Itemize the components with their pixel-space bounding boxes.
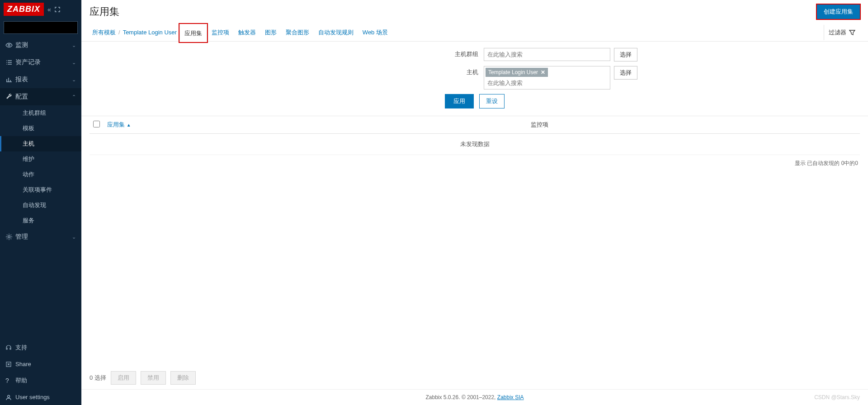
- nav-label: 管理: [15, 233, 72, 241]
- footer: Zabbix 5.0.26. © 2001–2022, Zabbix SIA C…: [81, 389, 868, 405]
- host-input-box[interactable]: Template Login User✕: [484, 66, 610, 89]
- titlebar: 应用集 创建应用集: [81, 0, 868, 24]
- footer-text: Zabbix 5.0.26. © 2001–2022,: [426, 394, 497, 400]
- applications-table: 应用集 ▲ 监控项 未发现数据: [90, 116, 860, 155]
- user-icon: [5, 394, 15, 400]
- tab-discovery[interactable]: 自动发现规则: [314, 24, 358, 41]
- remove-tag-icon[interactable]: ✕: [541, 69, 545, 75]
- table-info: 显示 已自动发现的 0中的0: [90, 155, 860, 172]
- watermark: CSDN @Stars.Sky: [814, 394, 860, 400]
- bulk-actions: 0 选择 启用 禁用 删除: [81, 367, 868, 389]
- nav-help[interactable]: ? 帮助: [0, 372, 81, 389]
- nav-config-discovery[interactable]: 自动发现: [0, 198, 81, 213]
- host-group-input[interactable]: [486, 50, 609, 59]
- host-group-select-button[interactable]: 选择: [614, 48, 637, 61]
- tab-triggers[interactable]: 触发器: [234, 24, 260, 41]
- footer-link[interactable]: Zabbix SIA: [497, 394, 524, 400]
- host-group-input-box[interactable]: [484, 48, 610, 61]
- share-icon: [5, 361, 15, 367]
- host-tag-text: Template Login User: [488, 69, 538, 75]
- gear-icon: [5, 233, 15, 240]
- col-header-items: 监控项: [527, 116, 860, 134]
- svg-point-5: [8, 395, 10, 397]
- nav-inventory[interactable]: 资产记录 ⌄: [0, 54, 81, 71]
- nav-config[interactable]: 配置 ⌃: [0, 88, 81, 105]
- breadcrumb-template[interactable]: Template Login User: [120, 29, 179, 36]
- apply-button[interactable]: 应用: [445, 94, 474, 108]
- svg-point-2: [8, 44, 10, 46]
- tab-applications[interactable]: 应用集: [179, 24, 207, 42]
- empty-row: 未发现数据: [90, 134, 860, 155]
- chevron-down-icon: ⌄: [72, 234, 76, 240]
- disable-button[interactable]: 禁用: [141, 371, 166, 385]
- fullscreen-icon[interactable]: [55, 7, 60, 12]
- filter-icon: [849, 29, 855, 36]
- reset-button[interactable]: 重设: [479, 94, 505, 108]
- nav-config-actions[interactable]: 动作: [0, 167, 81, 182]
- create-application-button[interactable]: 创建应用集: [817, 5, 860, 19]
- sidebar: ZABBIX « 监测 ⌄ 资产记录 ⌄ 报表 ⌄ 配置 ⌃ 主机群组 模板 主…: [0, 0, 81, 405]
- sort-asc-icon: ▲: [127, 122, 131, 127]
- col-header-application[interactable]: 应用集 ▲: [107, 121, 131, 128]
- help-icon: ?: [5, 377, 15, 384]
- tab-screens[interactable]: 聚合图形: [281, 24, 314, 41]
- nav-share[interactable]: Share: [0, 356, 81, 372]
- breadcrumb-all-templates[interactable]: 所有模板: [90, 28, 118, 37]
- sidebar-header: ZABBIX «: [0, 0, 81, 19]
- collapse-icon[interactable]: «: [47, 6, 51, 13]
- headset-icon: [5, 344, 15, 351]
- wrench-icon: [5, 93, 15, 100]
- chevron-up-icon: ⌃: [72, 94, 76, 100]
- nav-config-services[interactable]: 服务: [0, 213, 81, 228]
- chevron-down-icon: ⌄: [72, 42, 76, 48]
- selected-count: 0 选择: [90, 374, 106, 382]
- host-select-button[interactable]: 选择: [614, 66, 637, 80]
- nav-monitoring[interactable]: 监测 ⌄: [0, 37, 81, 54]
- nav-config-correlation[interactable]: 关联项事件: [0, 182, 81, 198]
- filter-toggle[interactable]: 过滤器: [824, 25, 860, 40]
- list-icon: [5, 59, 15, 66]
- nav-label: Share: [15, 361, 31, 367]
- nav-admin[interactable]: 管理 ⌄: [0, 228, 81, 245]
- nav-support[interactable]: 支持: [0, 339, 81, 356]
- nav-config-hosts[interactable]: 主机: [0, 136, 81, 151]
- nav-label: User settings: [15, 394, 50, 400]
- nav-label: 帮助: [15, 377, 27, 385]
- chevron-down-icon: ⌄: [72, 77, 76, 83]
- svg-point-3: [8, 236, 10, 238]
- main-content: 应用集 创建应用集 所有模板 / Template Login User 应用集…: [81, 0, 868, 405]
- page-title: 应用集: [90, 5, 817, 19]
- tab-graphs[interactable]: 图形: [260, 24, 281, 41]
- host-tag[interactable]: Template Login User✕: [486, 68, 548, 77]
- nav-label: 监测: [15, 41, 72, 49]
- sidebar-search[interactable]: [4, 21, 78, 34]
- eye-icon: [5, 42, 15, 49]
- nav-label: 配置: [15, 93, 72, 101]
- nav-reports[interactable]: 报表 ⌄: [0, 71, 81, 88]
- nav-config-templates[interactable]: 模板: [0, 121, 81, 136]
- nav-label: 资产记录: [15, 58, 72, 66]
- filter-label: 过滤器: [829, 28, 846, 37]
- select-all-checkbox[interactable]: [93, 121, 100, 127]
- table-area: 应用集 ▲ 监控项 未发现数据 显示 已自动发现的 0中的0: [81, 116, 868, 367]
- nav-config-maintenance[interactable]: 维护: [0, 151, 81, 167]
- tab-web[interactable]: Web 场景: [358, 24, 392, 41]
- host-group-label: 主机群组: [312, 48, 484, 58]
- nav-config-hostgroups[interactable]: 主机群组: [0, 105, 81, 121]
- nav-label: 报表: [15, 75, 72, 84]
- host-label: 主机: [312, 66, 484, 76]
- nav-label: 支持: [15, 344, 27, 352]
- nav-user-settings[interactable]: User settings: [0, 389, 81, 405]
- chevron-down-icon: ⌄: [72, 60, 76, 66]
- host-input[interactable]: [486, 78, 609, 88]
- breadcrumb-tabs: 所有模板 / Template Login User 应用集 监控项 触发器 图…: [81, 24, 868, 42]
- filter-panel: 主机群组 选择 主机 Template Login User✕ 选择 应用 重设: [81, 42, 868, 116]
- tab-items[interactable]: 监控项: [207, 24, 234, 41]
- chart-icon: [5, 76, 15, 83]
- logo[interactable]: ZABBIX: [4, 3, 44, 16]
- delete-button[interactable]: 删除: [170, 371, 196, 385]
- search-input[interactable]: [7, 24, 83, 31]
- enable-button[interactable]: 启用: [111, 371, 136, 385]
